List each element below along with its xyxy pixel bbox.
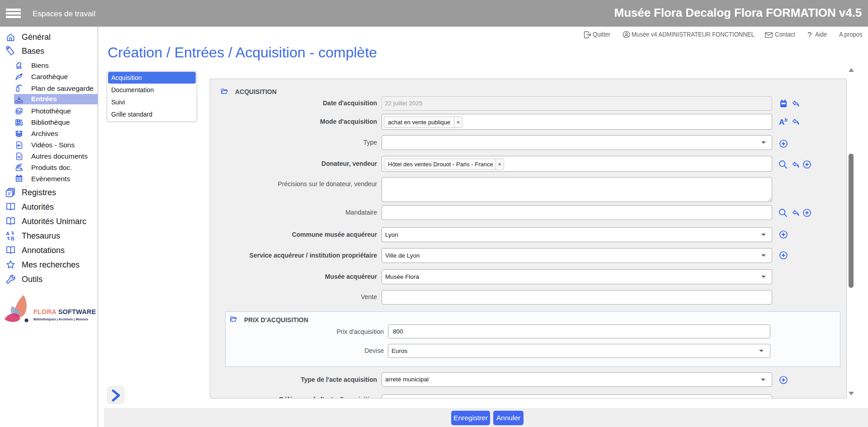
svg-text:B: B <box>11 236 14 241</box>
svg-text:A: A <box>6 231 9 236</box>
